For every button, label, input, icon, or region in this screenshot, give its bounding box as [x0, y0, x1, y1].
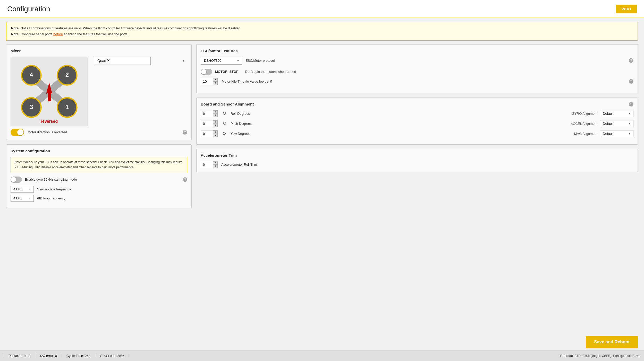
idle-throttle-down-btn[interactable]: ▼ — [213, 82, 218, 85]
pitch-input-wrapper: ▲ ▼ — [201, 120, 218, 127]
pid-freq-select[interactable]: 4 kHz 8 kHz — [11, 195, 34, 202]
svg-text:4: 4 — [30, 71, 33, 78]
board-sensor-title: Board and Sensor Alignment — [201, 102, 254, 106]
warning-note2-bold: Note: — [11, 32, 20, 36]
gyro-32khz-toggle[interactable] — [11, 177, 22, 183]
gyro-freq-select[interactable]: 4 kHz 8 kHz 32 kHz — [11, 186, 34, 193]
idle-throttle-input-wrapper: ▲ ▼ — [201, 78, 218, 85]
pitch-label: Pitch Degrees — [231, 122, 563, 126]
status-bar-left: Packet error: 0 I2C error: 0 Cycle Time:… — [4, 354, 129, 358]
warning-line-1: Note: Not all combinations of features a… — [11, 25, 633, 31]
svg-text:3: 3 — [30, 103, 33, 110]
svg-rect-4 — [48, 91, 51, 101]
accel-roll-trim-wrapper: ▲ ▼ — [201, 161, 218, 168]
svg-text:2: 2 — [65, 71, 69, 78]
esc-protocol-select[interactable]: DSHOT300 DSHOT150 DSHOT600 PWM — [201, 57, 242, 65]
pitch-down-btn[interactable]: ▼ — [213, 124, 218, 127]
mag-align-select-wrapper: Default CW 0° CW 90° CW 180° CW 270° ▼ — [600, 130, 633, 137]
wiki-button[interactable]: WIKI — [616, 5, 637, 13]
esc-motor-card: ESC/Motor Features DSHOT300 DSHOT150 DSH… — [196, 44, 638, 93]
gyro-align-label: GYRO Alignment — [566, 112, 597, 116]
yaw-input-wrapper: ▲ ▼ — [201, 130, 218, 137]
gyro-freq-label: Gyro update frequency — [37, 187, 71, 191]
gyro-align-select[interactable]: Default CW 0° CW 90° CW 180° CW 270° — [600, 110, 633, 117]
pitch-up-btn[interactable]: ▲ — [213, 120, 218, 124]
accel-align-label: ACCEL Alignment — [566, 122, 597, 126]
roll-up-btn[interactable]: ▲ — [213, 110, 218, 114]
yaw-rotate-icon: ⟳ — [221, 130, 227, 137]
system-config-card: System configuration Note: Make sure you… — [6, 144, 192, 208]
accel-roll-trim-down-btn[interactable]: ▼ — [213, 165, 218, 168]
yaw-up-btn[interactable]: ▲ — [213, 130, 218, 134]
system-config-note-text: Make sure your FC is able to operate at … — [14, 160, 183, 169]
gyro-32khz-help-icon[interactable]: ? — [183, 177, 187, 182]
yaw-label: Yaw Degrees — [231, 132, 563, 136]
mixer-select-arrow-icon: ▼ — [182, 59, 185, 62]
yaw-spinner: ▲ ▼ — [213, 130, 218, 137]
warning-note1-bold: Note: — [11, 26, 20, 30]
accel-align-select-wrapper: Default CW 0° CW 90° CW 180° CW 270° ▼ — [600, 120, 633, 127]
packet-error-status: Packet error: 0 — [4, 354, 35, 358]
roll-spinner: ▲ ▼ — [213, 110, 218, 117]
idle-throttle-up-btn[interactable]: ▲ — [213, 78, 218, 82]
pitch-alignment-row: ▲ ▼ ↻ Pitch Degrees ACCEL Alignment Defa… — [201, 120, 633, 127]
mixer-type-select[interactable]: Quad X Tricopter Quad + — [94, 57, 151, 65]
warning-note2-text2: enabling the features that will use the … — [64, 32, 129, 36]
motor-stop-knob — [201, 69, 206, 74]
accel-roll-trim-up-btn[interactable]: ▲ — [213, 161, 218, 165]
gyro-32khz-row: Enable gyro 32kHz sampling mode ? — [11, 177, 187, 183]
system-config-note-bold: Note: — [14, 160, 22, 164]
motor-direction-row: Motor direction is reversed ? — [11, 129, 187, 136]
esc-protocol-row: DSHOT300 DSHOT150 DSHOT600 PWM ▼ ESC/Mot… — [201, 57, 633, 65]
pitch-rotate-icon: ↻ — [221, 120, 227, 127]
mag-align-select[interactable]: Default CW 0° CW 90° CW 180° CW 270° — [600, 130, 633, 137]
gyro-align-select-wrapper: Default CW 0° CW 90° CW 180° CW 270° ▼ — [600, 110, 633, 117]
pitch-spinner: ▲ ▼ — [213, 120, 218, 127]
warning-note2-text: Configure serial ports — [21, 32, 53, 36]
accel-align-select[interactable]: Default CW 0° CW 90° CW 180° CW 270° — [600, 120, 633, 127]
save-reboot-button[interactable]: Save and Reboot — [586, 336, 638, 348]
bottom-bar: Packet error: 0 I2C error: 0 Cycle Time:… — [0, 350, 644, 361]
gyro-freq-select-wrapper: 4 kHz 8 kHz 32 kHz ▼ — [11, 186, 34, 193]
page-title: Configuration — [7, 5, 50, 13]
svg-text:1: 1 — [65, 103, 69, 110]
right-panel: ESC/Motor Features DSHOT300 DSHOT150 DSH… — [196, 44, 638, 359]
mixer-select-wrapper: Quad X Tricopter Quad + ▼ — [94, 57, 187, 65]
roll-alignment-row: ▲ ▼ ↺ Roll Degrees GYRO Alignment Defaul… — [201, 110, 633, 117]
mixer-right: Quad X Tricopter Quad + ▼ — [94, 57, 187, 65]
accel-trim-row: ▲ ▼ Accelerometer Roll Trim — [201, 161, 633, 168]
roll-input-wrapper: ▲ ▼ — [201, 110, 218, 117]
board-sensor-help-icon[interactable]: ? — [629, 102, 633, 107]
quad-diagram: 4 2 3 1 reversed — [11, 57, 88, 126]
gyro-32khz-label: Enable gyro 32kHz sampling mode — [25, 178, 77, 181]
pid-freq-select-wrapper: 4 kHz 8 kHz ▼ — [11, 195, 34, 202]
esc-protocol-select-wrapper: DSHOT300 DSHOT150 DSHOT600 PWM ▼ — [201, 57, 242, 65]
mixer-inner: 4 2 3 1 reversed — [11, 57, 187, 126]
left-panel: Mixer 4 — [6, 44, 192, 359]
mixer-title: Mixer — [11, 49, 187, 53]
warning-banner: Note: Not all combinations of features a… — [6, 22, 638, 41]
accel-trim-card: Accelerometer Trim ▲ ▼ Accelerometer Rol… — [196, 149, 638, 172]
yaw-down-btn[interactable]: ▼ — [213, 134, 218, 137]
i2c-error-status: I2C error: 0 — [35, 354, 62, 358]
motor-direction-help-icon[interactable]: ? — [183, 130, 187, 135]
system-config-note: Note: Make sure your FC is able to opera… — [11, 157, 187, 173]
accel-roll-trim-spinner: ▲ ▼ — [213, 161, 218, 168]
board-sensor-card: Board and Sensor Alignment ? ▲ ▼ ↺ Roll … — [196, 98, 638, 145]
roll-down-btn[interactable]: ▼ — [213, 114, 218, 117]
warning-line-2: Note: Configure serial ports before enab… — [11, 31, 633, 37]
motor-stop-label: MOTOR_STOP — [215, 70, 239, 74]
yaw-align-right: MAG Alignment Default CW 0° CW 90° CW 18… — [566, 130, 633, 137]
warning-note1-text: Not all combinations of features are val… — [21, 26, 241, 30]
idle-throttle-help-icon[interactable]: ? — [629, 79, 633, 84]
motor-stop-toggle[interactable] — [201, 69, 212, 75]
motor-direction-label: Motor direction is reversed — [28, 130, 67, 134]
esc-protocol-label: ESC/Motor protocol — [245, 59, 275, 63]
roll-rotate-icon: ↺ — [221, 110, 227, 117]
idle-throttle-row: ▲ ▼ Motor Idle Throttle Value [percent] … — [201, 78, 633, 85]
warning-before-link[interactable]: before — [53, 32, 63, 36]
esc-protocol-help-icon[interactable]: ? — [629, 58, 633, 63]
motor-direction-toggle[interactable] — [11, 129, 24, 136]
accel-roll-trim-label: Accelerometer Roll Trim — [221, 163, 257, 166]
firmware-info: Firmware: BTFL 3.5.5 (Target: CBFR), Con… — [560, 354, 640, 358]
